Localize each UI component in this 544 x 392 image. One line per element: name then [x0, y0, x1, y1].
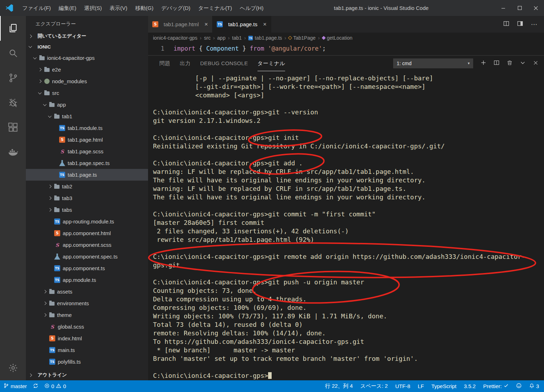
- feedback-smiley[interactable]: [516, 383, 522, 390]
- chevron-right-icon: [38, 80, 42, 83]
- tree-item[interactable]: app.module.ts: [26, 274, 148, 286]
- terminal-line: [-p | --paginate | --no-pager] [--no-rep…: [153, 74, 544, 83]
- tree-item[interactable]: app: [26, 99, 148, 110]
- eol-indicator[interactable]: LF: [418, 383, 424, 389]
- close-tab-icon[interactable]: ×: [204, 21, 208, 28]
- folder-icon: [49, 302, 55, 306]
- tree-item[interactable]: tab1.module.ts: [26, 122, 148, 134]
- breadcrumb-item[interactable]: Tab1Page: [289, 35, 316, 41]
- tree-item[interactable]: tab1.page.scss: [26, 146, 148, 157]
- file-tree: ionic4-capacitor-gpse2enode_modulessrcap…: [26, 52, 148, 370]
- tree-item[interactable]: app.component.spec.ts: [26, 251, 148, 262]
- terminal-panel: 問題 出力 DEBUG CONSOLE ターミナル 1: cmd ▼: [148, 55, 544, 380]
- breadcrumb-item[interactable]: tab1.page.ts: [248, 35, 282, 41]
- split-editor-icon[interactable]: [503, 21, 509, 28]
- menu-item-5[interactable]: デバッグ(D): [157, 0, 194, 16]
- editor-actions: ⋯: [503, 16, 544, 33]
- maximize-button[interactable]: [511, 0, 528, 16]
- panel-tab-problems[interactable]: 問題: [159, 56, 170, 71]
- workspace-section[interactable]: IONIC: [26, 41, 148, 52]
- activity-bar: [0, 16, 26, 380]
- minimize-button[interactable]: [495, 0, 511, 16]
- tree-item[interactable]: tab1: [26, 110, 148, 122]
- tree-item[interactable]: tab1.page.spec.ts: [26, 157, 148, 169]
- indentation-indicator[interactable]: スペース: 2: [360, 383, 388, 390]
- tree-item[interactable]: ionic4-capacitor-gps: [26, 52, 148, 64]
- explorer-icon[interactable]: [0, 16, 26, 41]
- tree-item[interactable]: app.component.ts: [26, 262, 148, 274]
- dropdown-arrow-icon: ▼: [467, 62, 470, 65]
- kill-terminal-icon[interactable]: [507, 60, 512, 67]
- breadcrumb-item[interactable]: src: [204, 35, 211, 41]
- breadcrumb-item[interactable]: app: [217, 35, 225, 41]
- tree-item[interactable]: tab2: [26, 181, 148, 192]
- tab-tab1-page-ts[interactable]: tab1.page.ts ×: [212, 16, 271, 33]
- tree-item[interactable]: index.html: [26, 333, 148, 344]
- language-mode[interactable]: TypeScript: [431, 383, 457, 389]
- tree-item[interactable]: tab1.page.html: [26, 134, 148, 146]
- sidebar-title: エクスプローラー: [26, 16, 148, 31]
- docker-icon[interactable]: [0, 140, 26, 165]
- breadcrumb-item[interactable]: tab1: [232, 35, 242, 41]
- close-panel-icon[interactable]: [533, 60, 538, 67]
- tree-item-label: tab1.page.spec.ts: [68, 160, 109, 166]
- cursor-position[interactable]: 行 22、列 4: [325, 383, 353, 390]
- tree-item[interactable]: main.ts: [26, 344, 148, 356]
- tree-item[interactable]: node_modules: [26, 75, 148, 87]
- panel-tab-debug-console[interactable]: DEBUG CONSOLE: [200, 56, 248, 71]
- menu-item-7[interactable]: ヘルプ(H): [236, 0, 267, 16]
- close-button[interactable]: [528, 0, 544, 16]
- tree-item-label: polyfills.ts: [58, 359, 81, 365]
- tree-item[interactable]: tab3: [26, 192, 148, 204]
- chevron-right-icon: [43, 313, 47, 317]
- breadcrumb-item[interactable]: getLocation: [322, 35, 352, 41]
- new-terminal-icon[interactable]: [481, 60, 486, 67]
- editor-layout-icon[interactable]: [517, 21, 523, 28]
- tree-item[interactable]: theme: [26, 309, 148, 321]
- tree-item[interactable]: environments: [26, 297, 148, 309]
- menu-item-2[interactable]: 選択(S): [80, 0, 106, 16]
- menu-item-0[interactable]: ファイル(F): [18, 0, 55, 16]
- menu-item-4[interactable]: 移動(G): [131, 0, 158, 16]
- split-terminal-icon[interactable]: [494, 60, 499, 67]
- chevron-down-icon: [48, 114, 52, 118]
- chevron-right-icon: [29, 34, 32, 38]
- branch-indicator[interactable]: master: [4, 383, 27, 390]
- tree-item[interactable]: app.component.scss: [26, 239, 148, 251]
- chevron-down-icon[interactable]: [520, 60, 526, 67]
- menu-item-6[interactable]: ターミナル(T): [194, 0, 236, 16]
- sync-button[interactable]: [33, 383, 38, 390]
- more-actions-icon[interactable]: ⋯: [531, 21, 538, 28]
- tree-item[interactable]: tabs: [26, 204, 148, 216]
- tree-item[interactable]: e2e: [26, 64, 148, 75]
- panel-tab-output[interactable]: 出力: [180, 56, 191, 71]
- ts-version[interactable]: 3.5.2: [464, 383, 476, 389]
- tab-tab1-page-html[interactable]: tab1.page.html ×: [148, 16, 212, 33]
- settings-gear-icon[interactable]: [0, 356, 26, 380]
- tree-item[interactable]: global.scss: [26, 321, 148, 333]
- extensions-icon[interactable]: [0, 115, 26, 140]
- terminal-selector[interactable]: 1: cmd ▼: [393, 58, 473, 68]
- problems-indicator[interactable]: 0 0: [44, 383, 66, 390]
- breadcrumb-item[interactable]: ionic4-capacitor-gps: [153, 35, 197, 41]
- terminal[interactable]: [-p | --paginate | --no-pager] [--no-rep…: [148, 71, 544, 380]
- tree-item[interactable]: tab1.page.ts: [26, 169, 148, 181]
- tree-item[interactable]: assets: [26, 286, 148, 297]
- search-icon[interactable]: [0, 41, 26, 66]
- source-control-icon[interactable]: [0, 66, 26, 90]
- debug-icon[interactable]: [0, 90, 26, 115]
- tree-item[interactable]: app.component.html: [26, 227, 148, 239]
- panel-tab-terminal[interactable]: ターミナル: [257, 56, 285, 71]
- close-tab-icon[interactable]: ×: [263, 21, 267, 28]
- encoding-indicator[interactable]: UTF-8: [395, 383, 410, 389]
- prettier-indicator[interactable]: Prettier:: [483, 383, 509, 389]
- menu-item-3[interactable]: 表示(V): [106, 0, 131, 16]
- outline-section[interactable]: アウトライン: [26, 370, 148, 380]
- code-editor[interactable]: 1 import { Component } from '@angular/co…: [148, 43, 544, 55]
- tree-item[interactable]: app-routing.module.ts: [26, 216, 148, 227]
- menu-item-1[interactable]: 編集(E): [55, 0, 80, 16]
- open-editors-section[interactable]: 開いているエディター: [26, 31, 148, 41]
- tree-item[interactable]: polyfills.ts: [26, 356, 148, 368]
- tree-item[interactable]: src: [26, 87, 148, 99]
- notifications-bell[interactable]: 3: [529, 383, 539, 390]
